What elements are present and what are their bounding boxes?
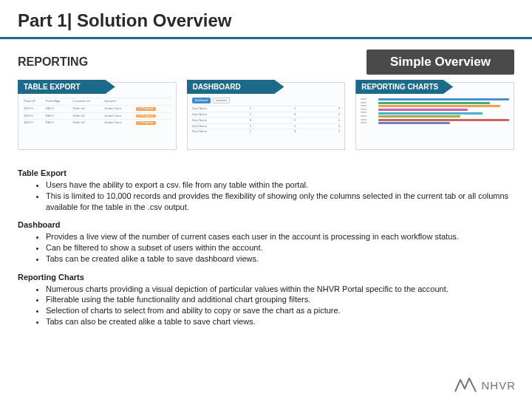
chart-bar-label: Metric bbox=[361, 105, 377, 108]
td: Order ref bbox=[72, 105, 104, 112]
chart-bar bbox=[378, 98, 509, 100]
bullets-charts: Numerous charts providing a visual depic… bbox=[18, 284, 514, 327]
chart-bar-row: Metric bbox=[361, 119, 509, 122]
bullet: Filterable using the table functionality… bbox=[46, 294, 514, 305]
td: 100### bbox=[23, 120, 45, 126]
td: PA### bbox=[45, 112, 72, 120]
td: Order ref bbox=[72, 120, 104, 126]
td: Jordan Trans bbox=[103, 105, 135, 112]
chart-bar-row: Metric bbox=[361, 102, 509, 105]
list-item: User Name321 bbox=[192, 117, 341, 123]
panel-tab-table-export: TABLE EXPORT bbox=[18, 80, 115, 94]
panel-dashboard: DASHBOARD Dashboard Customer User Name21… bbox=[187, 82, 346, 150]
chart-bar-row: Metric bbox=[361, 122, 509, 125]
bullet: Selection of charts to select from and a… bbox=[46, 305, 514, 316]
heading-dashboard: Dashboard bbox=[18, 219, 514, 231]
th: Permit App bbox=[45, 98, 72, 106]
chart-bar-label: Metric bbox=[361, 119, 377, 122]
list-item: User Name142 bbox=[192, 112, 341, 117]
th: Operator bbox=[103, 98, 135, 106]
td: 100### bbox=[23, 112, 45, 120]
th: Customer ref bbox=[72, 98, 104, 106]
subheader-row: REPORTING Simple Overview bbox=[0, 39, 532, 82]
chart-bar-label: Metric bbox=[361, 102, 377, 105]
mini-button: Customer bbox=[213, 98, 230, 103]
list-item: User Name215 bbox=[192, 123, 341, 129]
chart-bar-row: Metric bbox=[361, 98, 509, 101]
th bbox=[135, 98, 171, 106]
bullet: Users have the ability to export a csv. … bbox=[46, 180, 514, 191]
bullet: Numerous charts providing a visual depic… bbox=[46, 284, 514, 295]
chart-bar-row: Metric bbox=[361, 112, 509, 115]
td: Jordan Trans bbox=[103, 120, 135, 126]
status-chip: In Progress bbox=[136, 115, 155, 118]
th: Portal ID bbox=[23, 98, 45, 106]
td: Order ref bbox=[72, 112, 104, 120]
td: PA### bbox=[45, 105, 72, 112]
mini-button: Dashboard bbox=[192, 98, 211, 103]
bullet: Tabs can also be created alike a table t… bbox=[46, 316, 514, 327]
heading-charts: Reporting Charts bbox=[18, 272, 514, 283]
list-item: User Name213 bbox=[192, 106, 341, 112]
chart-bar bbox=[378, 112, 482, 115]
chart-bar-row: Metric bbox=[361, 115, 509, 118]
chart-bar-row: Metric bbox=[361, 105, 509, 108]
panel-table-export: TABLE EXPORT Portal ID Permit App Custom… bbox=[18, 82, 177, 150]
td: In Progress bbox=[135, 112, 171, 120]
chart-bar bbox=[378, 105, 500, 107]
panel-tab-charts: REPORTING CHARTS bbox=[355, 80, 453, 94]
footer-logo: NHVR bbox=[454, 377, 516, 393]
bullet: Provides a live view of the number of cu… bbox=[46, 231, 514, 242]
dashboard-buttons: Dashboard Customer bbox=[192, 98, 341, 103]
chart-bar bbox=[378, 119, 509, 121]
chart-bar bbox=[378, 122, 449, 124]
list-item: User Name132 bbox=[192, 129, 341, 134]
chart-bar bbox=[378, 109, 467, 111]
chart-bar bbox=[378, 102, 490, 104]
status-chip: In Progress bbox=[136, 121, 155, 125]
chart-bar-label: Metric bbox=[361, 112, 377, 115]
body-text: Table Export Users have the ability to e… bbox=[0, 150, 532, 327]
heading-table-export: Table Export bbox=[18, 168, 514, 179]
chart-bar-label: Metric bbox=[361, 122, 377, 125]
slide-title: Part 1| Solution Overview bbox=[0, 0, 532, 37]
bullets-dashboard: Provides a live view of the number of cu… bbox=[18, 231, 514, 265]
bullet: Can be filtered to show a subset of user… bbox=[46, 242, 514, 253]
td: 100### bbox=[23, 105, 45, 112]
section-label: REPORTING bbox=[18, 55, 88, 69]
thumbnail-table: Portal ID Permit App Customer ref Operat… bbox=[23, 98, 171, 126]
td: In Progress bbox=[135, 105, 171, 112]
chart-bar-label: Metric bbox=[361, 109, 377, 112]
td: Jordan Trans bbox=[103, 112, 135, 120]
td: PA### bbox=[45, 120, 72, 126]
logo-icon bbox=[454, 377, 477, 393]
bullet: Tabs can be created alike a table to sav… bbox=[46, 253, 514, 265]
logo-text: NHVR bbox=[481, 379, 516, 392]
bullet: This is limited to 10,000 records and pr… bbox=[46, 191, 514, 213]
panel-charts: REPORTING CHARTS MetricMetricMetricMetri… bbox=[355, 82, 514, 150]
bullets-table-export: Users have the ability to export a csv. … bbox=[18, 180, 514, 213]
panel-tab-dashboard: DASHBOARD bbox=[187, 80, 284, 94]
overview-badge: Simple Overview bbox=[366, 50, 514, 75]
chart-bar bbox=[378, 115, 460, 117]
td: In Progress bbox=[135, 120, 171, 126]
chart-bar-row: Metric bbox=[361, 109, 509, 112]
status-chip: In Progress bbox=[136, 107, 155, 111]
chart-bar-label: Metric bbox=[361, 98, 377, 101]
chart-bar-label: Metric bbox=[361, 115, 377, 118]
thumbnail-panels: TABLE EXPORT Portal ID Permit App Custom… bbox=[0, 82, 532, 150]
